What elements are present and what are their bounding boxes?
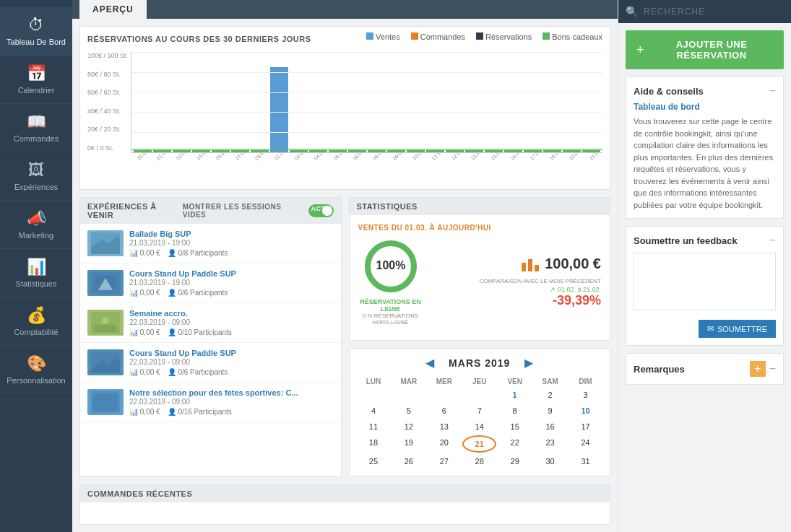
remarks-collapse-btn[interactable]: − — [769, 362, 776, 375]
legend-commandes: Commandes — [411, 32, 465, 41]
add-remark-button[interactable]: + — [750, 361, 766, 377]
help-subtitle: Tableau de bord — [634, 102, 776, 112]
search-input[interactable] — [644, 6, 784, 17]
cal-day-cell[interactable]: 1 — [498, 388, 532, 402]
bar-21 — [524, 150, 542, 152]
sidebar-item-statistiques[interactable]: 📊 Statistiques — [0, 249, 72, 297]
orders-icon: 📖 — [27, 113, 46, 131]
cal-day-cell[interactable]: 23 — [533, 435, 567, 453]
y-axis-labels: 100€ / 100 St. 80€ / 80 St. 60€ / 60 St.… — [87, 52, 129, 153]
cal-day-cell[interactable]: 29 — [498, 454, 532, 468]
remarks-header: Remarques + − — [634, 361, 776, 377]
add-reservation-button[interactable]: + AJOUTER UNE RÉSERVATION — [626, 30, 784, 69]
chart-title: RÉSERVATIONS AU COURS DES 30 DERNIERS JO… — [87, 35, 311, 43]
experiences-icon: 🖼 — [28, 161, 44, 180]
stats-card: STATISTIQUES VENTES DU 01.03. À AUJOURD'… — [349, 197, 611, 341]
cal-day-cell[interactable]: 21 — [462, 435, 496, 453]
bar-7 — [251, 150, 269, 152]
submit-feedback-button[interactable]: ✉ SOUMETTRE — [699, 320, 776, 338]
cal-day-cell[interactable]: 12 — [392, 419, 425, 434]
cal-day-cell[interactable]: 6 — [427, 404, 461, 418]
legend-reservations: Réservations — [476, 32, 532, 41]
cal-day-cell[interactable]: 10 — [569, 404, 602, 418]
sessions-toggle[interactable]: ACTIF — [308, 204, 334, 217]
cal-day-cell[interactable]: 5 — [392, 404, 425, 418]
sidebar: ⏱ Tableau De Bord 📅 Calendrier 📖 Command… — [0, 0, 72, 532]
cal-day-cell[interactable]: 4 — [357, 404, 391, 418]
exp-price-2: 📊 0,00 € — [129, 289, 160, 297]
sidebar-item-experiences[interactable]: 🖼 Expériences — [0, 152, 72, 201]
cal-day-cell[interactable]: 15 — [498, 419, 532, 434]
exp-info-3: Semaine accro. 22.03.2019 - 09:00 📊 0,00… — [129, 309, 334, 336]
cal-day-cell[interactable]: 24 — [569, 435, 602, 453]
sales-amount: 100,00 € — [545, 256, 601, 272]
help-collapse-btn[interactable]: − — [769, 84, 776, 97]
cal-day-cell[interactable]: 25 — [357, 454, 391, 468]
sidebar-item-tableau[interactable]: ⏱ Tableau De Bord — [0, 7, 72, 56]
bar-chart-icon — [520, 256, 540, 271]
exp-title-3[interactable]: Semaine accro. — [129, 309, 334, 318]
sidebar-item-marketing[interactable]: 📣 Marketing — [0, 201, 72, 249]
cal-day-cell[interactable]: 3 — [569, 388, 602, 402]
help-header: Aide & conseils − — [634, 84, 776, 97]
search-icon: 🔍 — [626, 6, 638, 17]
cal-day-cell[interactable]: 30 — [533, 454, 567, 468]
cal-day-cell[interactable]: 13 — [427, 419, 461, 434]
legend-bons: Bons cadeaux — [543, 32, 602, 41]
stats-content: VENTES DU 01.03. À AUJOURD'HUI 100% — [350, 215, 610, 340]
exp-meta-4: 📊 0,00 € 👤 0/6 Participants — [129, 368, 334, 376]
cal-next-btn[interactable]: ▶ — [524, 356, 533, 370]
bar-6 — [231, 150, 249, 152]
svg-rect-7 — [95, 325, 116, 332]
cal-day-cell[interactable]: 9 — [533, 404, 567, 418]
feedback-title: Soumettre un feedback — [634, 235, 738, 246]
comparison-value: -39,39% — [434, 293, 602, 308]
sidebar-item-commandes[interactable]: 📖 Commandes — [0, 104, 72, 152]
feedback-textarea[interactable] — [634, 253, 776, 310]
progress-circle: 100% — [362, 237, 420, 295]
exp-title-1[interactable]: Ballade Big SUP — [129, 230, 334, 238]
legend-ventes: Ventes — [366, 32, 400, 41]
commandes-placeholder — [80, 502, 610, 524]
cal-day-cell[interactable]: 28 — [462, 454, 496, 468]
cal-day-cell[interactable]: 20 — [427, 435, 461, 453]
custom-icon: 🎨 — [27, 354, 46, 373]
cal-day-cell[interactable]: 7 — [462, 404, 496, 418]
cal-prev-btn[interactable]: ◀ — [425, 356, 434, 370]
bar-2 — [153, 150, 171, 152]
sidebar-item-personnalisation[interactable]: 🎨 Personnalisation — [0, 346, 72, 394]
cal-day-cell[interactable]: 11 — [357, 419, 391, 434]
cal-day-cell[interactable]: 2 — [533, 388, 567, 402]
cal-day-cell[interactable]: 18 — [357, 435, 391, 453]
exp-title-4[interactable]: Cours Stand Up Paddle SUP — [129, 349, 334, 357]
exp-title-2[interactable]: Cours Stand Up Paddle SUP — [129, 269, 334, 278]
commandes-card: COMMANDES RÉCENTES — [79, 484, 610, 525]
sidebar-item-calendrier[interactable]: 📅 Calendrier — [0, 56, 72, 104]
calendar-icon: 📅 — [27, 64, 46, 83]
circle-sublabel: 0 % RÉSERVATIONS HORS-LIGNE — [358, 313, 423, 326]
cal-day-cell[interactable]: 19 — [392, 435, 425, 453]
cal-day-cell[interactable]: 26 — [392, 454, 425, 468]
exp-title-5[interactable]: Notre sélection pour des fetes sportives… — [129, 388, 334, 397]
cal-day-cell[interactable]: 16 — [533, 419, 567, 434]
exp-thumb-4 — [87, 349, 124, 375]
cal-day-cell[interactable]: 27 — [427, 454, 461, 468]
bar-18 — [465, 150, 483, 152]
cal-day-cell[interactable]: 17 — [569, 419, 602, 434]
cal-day-cell: . — [357, 388, 391, 402]
cal-day-cell[interactable]: 31 — [569, 454, 602, 468]
exp-meta-3: 📊 0,00 € 👤 0/10 Participants — [129, 328, 334, 336]
cal-day-ven: VEN — [498, 375, 532, 388]
cal-day-cell[interactable]: 22 — [498, 435, 532, 453]
exp-date-4: 22.03.2019 - 09:00 — [129, 358, 334, 366]
feedback-collapse-btn[interactable]: − — [769, 234, 776, 247]
cal-day-cell[interactable]: 14 — [462, 419, 496, 434]
cal-day-cell[interactable]: 8 — [498, 404, 532, 418]
exp-date-5: 22.03.2019 - 09:00 — [129, 398, 334, 406]
dashboard-icon: ⏱ — [28, 16, 44, 35]
exp-thumb-5 — [87, 389, 124, 415]
bar-3 — [173, 150, 191, 152]
tab-apercu[interactable]: APERÇU — [79, 0, 147, 19]
sidebar-item-comptabilite[interactable]: 💰 Comptabilité — [0, 297, 72, 346]
feedback-section: Soumettre un feedback − ✉ SOUMETTRE — [626, 226, 784, 346]
